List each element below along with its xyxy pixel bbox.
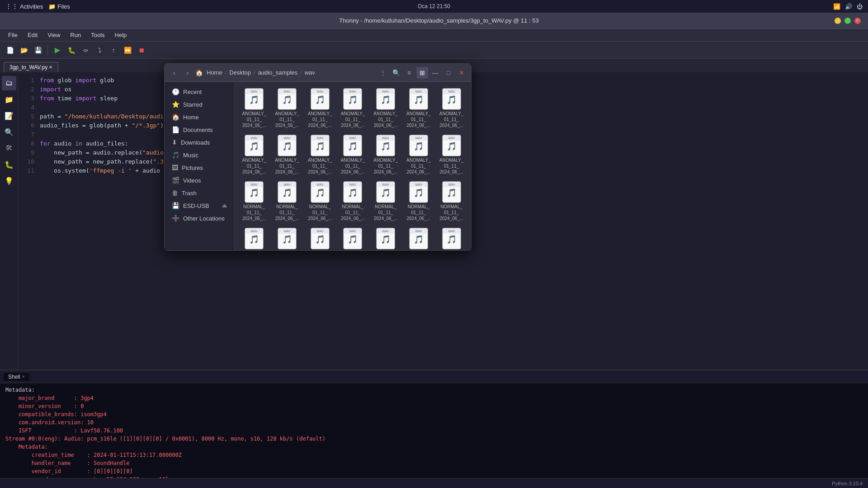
file-item-normal-5[interactable]: WAV🎵 NORMAL_01_11_2024_06_... <box>370 178 402 224</box>
svg-text:WAV: WAV <box>316 230 323 233</box>
shell-tab[interactable]: Shell × <box>4 373 29 381</box>
activities-btn[interactable]: ⋮⋮ Activities <box>5 3 43 10</box>
file-item-anomaly-4[interactable]: WAV🎵 ANOMALY_01_11_2024_06_... <box>337 85 369 131</box>
fm-search-btn[interactable]: 🔍 <box>390 67 402 79</box>
svg-text:WAV: WAV <box>251 90 258 93</box>
file-item-anomaly-10[interactable]: WAV🎵 ANOMALY_01_11_2024_06_... <box>304 132 336 178</box>
filename-11: ANOMALY_01_11_2024_06_... <box>341 157 365 175</box>
sidebar-debug-btn[interactable]: 🐛 <box>2 157 16 172</box>
file-item-anomaly-9[interactable]: WAV🎵 ANOMALY_01_11_2024_06_... <box>271 132 303 178</box>
stop-btn[interactable]: ⏹ <box>135 44 148 56</box>
file-item-normal-12[interactable]: WAV🎵 NORMAL_01_11_2024_06_... <box>370 225 402 250</box>
sidebar-item-videos[interactable]: 🎬 Videos <box>166 174 232 187</box>
shell-tab-close[interactable]: × <box>22 374 25 379</box>
step-into-btn[interactable]: ⤵ <box>93 44 106 56</box>
file-item-normal-3[interactable]: WAV🎵 NORMAL_01_11_2024_06_... <box>304 178 336 224</box>
file-item-anomaly-3[interactable]: WAV🎵 ANOMALY_01_11_2024_06_... <box>304 85 336 131</box>
breadcrumb-home[interactable]: Home <box>205 68 224 77</box>
sidebar-item-documents[interactable]: 📄 Documents <box>166 123 232 136</box>
editor-tab[interactable]: 3gp_to_WAV.py × <box>4 62 58 72</box>
sidebar-folder-btn[interactable]: 📁 <box>2 92 16 107</box>
file-item-anomaly-1[interactable]: WAV🎵 ANOMALY_01_11_2024_06_... <box>238 85 270 131</box>
open-file-btn[interactable]: 📂 <box>18 44 30 56</box>
fm-sidebar: 🕐 Recent ⭐ Starred 🏠 Home 📄 Documents ⬇ <box>165 82 235 250</box>
other-locations-label: Other Locations <box>183 215 225 222</box>
file-item-anomaly-12[interactable]: WAV🎵 ANOMALY_01_11_2024_06_... <box>370 132 402 178</box>
debug-btn[interactable]: 🐛 <box>65 44 78 56</box>
new-file-btn[interactable]: 📄 <box>4 44 16 56</box>
file-item-anomaly-7[interactable]: WAV🎵 ANOMALY_01_11_2024_06_... <box>435 85 467 131</box>
fm-back-btn[interactable]: ‹ <box>168 67 180 79</box>
window-maximize-btn[interactable]: □ <box>844 18 851 24</box>
sidebar-item-home[interactable]: 🏠 Home <box>166 111 232 123</box>
file-item-anomaly-6[interactable]: WAV🎵 ANOMALY_01_11_2024_06_... <box>403 85 435 131</box>
sidebar-note-btn[interactable]: 📝 <box>2 108 16 123</box>
sidebar-item-downloads[interactable]: ⬇ Downloads <box>166 136 232 149</box>
fm-close-btn[interactable]: ✕ <box>456 67 467 79</box>
filename-5: ANOMALY_01_11_2024_06_... <box>373 111 398 128</box>
menu-file[interactable]: File <box>4 31 22 39</box>
breadcrumb-audio[interactable]: audio_samples <box>256 68 299 77</box>
fm-maximize-btn[interactable]: □ <box>443 67 454 79</box>
save-file-btn[interactable]: 💾 <box>32 44 44 56</box>
sidebar-item-trash[interactable]: 🗑 Trash <box>166 187 232 199</box>
resume-btn[interactable]: ⏩ <box>121 44 134 56</box>
sidebar-item-starred[interactable]: ⭐ Starred <box>166 98 232 111</box>
file-item-anomaly-14[interactable]: WAV🎵 ANOMALY_01_11_2024_06_... <box>435 132 467 178</box>
sidebar-bulb-btn[interactable]: 💡 <box>2 174 16 188</box>
terminal-content[interactable]: Metadata: major_brand : 3gp4 minor_versi… <box>0 383 868 478</box>
file-item-normal-9[interactable]: WAV🎵 NORMAL_01_11_2024_06_... <box>271 225 303 250</box>
fm-minimize-btn[interactable]: — <box>429 67 441 79</box>
sidebar-search-btn[interactable]: 🔍 <box>2 125 16 139</box>
file-item-normal-13[interactable]: WAV🎵 NORMAL_01_11_2024_06_... <box>403 225 435 250</box>
file-item-anomaly-2[interactable]: WAV🎵 ANOMALY_01_11_2024_06_... <box>271 85 303 131</box>
menu-view[interactable]: View <box>43 31 65 39</box>
step-out-btn[interactable]: ↑ <box>107 44 120 56</box>
menu-edit[interactable]: Edit <box>23 31 42 39</box>
menu-help[interactable]: Help <box>110 31 132 39</box>
term-line-2: major_brand : 3gp4 <box>5 394 863 402</box>
sidebar-files-btn[interactable]: 🗂 <box>2 76 16 90</box>
window-minimize-btn[interactable]: — <box>835 18 841 24</box>
fm-view-grid-btn[interactable]: ⊞ <box>416 67 428 79</box>
svg-text:WAV: WAV <box>283 90 290 93</box>
sidebar-item-esdusb[interactable]: 💾 ESD-USB ⏏ <box>166 199 232 212</box>
file-item-anomaly-8[interactable]: WAV🎵 ANOMALY_01_11_2024_06_... <box>238 132 270 178</box>
terminal-area: Shell × Metadata: major_brand : 3gp4 min… <box>0 370 868 478</box>
eject-icon[interactable]: ⏏ <box>222 202 227 209</box>
sidebar-item-recent[interactable]: 🕐 Recent <box>166 85 232 98</box>
sidebar-tools-btn[interactable]: 🛠 <box>2 141 16 155</box>
esdusb-icon: 💾 <box>172 202 179 209</box>
file-item-anomaly-11[interactable]: WAV🎵 ANOMALY_01_11_2024_06_... <box>337 132 369 178</box>
window-close-btn[interactable]: ✕ <box>854 18 861 24</box>
file-item-anomaly-13[interactable]: WAV🎵 ANOMALY_01_11_2024_06_... <box>403 132 435 178</box>
breadcrumb-desktop[interactable]: Desktop <box>227 68 253 77</box>
thonny-title: Thonny - /home/kutluhan/Desktop/audio_sa… <box>339 17 538 24</box>
file-item-normal-14[interactable]: WAV🎵 NORMAL_01_11_2024_06_... <box>435 225 467 250</box>
term-line-5: com.android.version: 10 <box>5 418 863 427</box>
run-btn[interactable]: ▶ <box>51 44 64 56</box>
file-item-anomaly-5[interactable]: WAV🎵 ANOMALY_01_11_2024_06_... <box>370 85 402 131</box>
fm-menu-btn[interactable]: ⋮ <box>377 67 389 79</box>
sidebar-item-other-locations[interactable]: ➕ Other Locations <box>166 212 232 225</box>
file-item-normal-10[interactable]: WAV🎵 NORMAL_01_11_2024_06_... <box>304 225 336 250</box>
file-item-normal-4[interactable]: WAV🎵 NORMAL_01_11_2024_06_... <box>337 178 369 224</box>
svg-text:WAV: WAV <box>382 90 389 93</box>
fm-view-list-btn[interactable]: ≡ <box>403 67 415 79</box>
files-btn[interactable]: 📁 Files <box>48 3 70 10</box>
menu-tools[interactable]: Tools <box>86 31 109 39</box>
sidebar-item-pictures[interactable]: 🖼 Pictures <box>166 161 232 174</box>
file-item-normal-8[interactable]: WAV🎵 NORMAL_01_11_2024_06_... <box>238 225 270 250</box>
breadcrumb-wav[interactable]: wav <box>303 68 317 77</box>
file-item-normal-7[interactable]: WAV🎵 NORMAL_01_11_2024_06_... <box>435 178 467 224</box>
sidebar-item-music[interactable]: 🎵 Music <box>166 149 232 161</box>
file-item-normal-11[interactable]: WAV🎵 NORMAL_01_11_2024_06_... <box>337 225 369 250</box>
file-item-normal-1[interactable]: WAV🎵 NORMAL_01_11_2024_06_... <box>238 178 270 224</box>
svg-text:WAV: WAV <box>448 90 455 93</box>
file-item-normal-2[interactable]: WAV🎵 NORMAL_01_11_2024_06_... <box>271 178 303 224</box>
menu-run[interactable]: Run <box>66 31 85 39</box>
file-item-normal-6[interactable]: WAV🎵 NORMAL_01_11_2024_06_... <box>403 178 435 224</box>
fm-forward-btn[interactable]: › <box>182 67 193 79</box>
svg-text:WAV: WAV <box>251 136 258 140</box>
step-over-btn[interactable]: ⤼ <box>79 44 92 56</box>
